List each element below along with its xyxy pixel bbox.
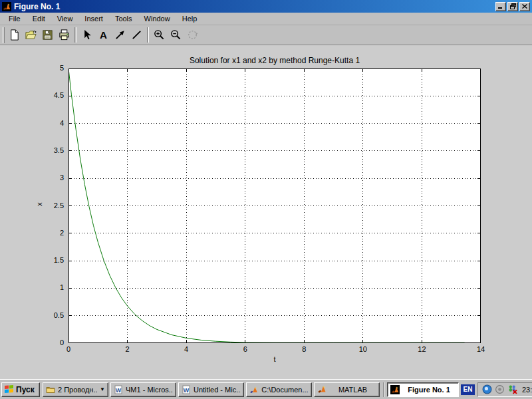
matlab-figure-icon [390,385,400,394]
matlab-figure-window: Figure No. 1 FileEditViewInsertToolsWind… [0,0,532,399]
y-tick-label: 1.5 [37,256,64,264]
save-icon [41,29,54,41]
plot-axes[interactable] [68,68,481,343]
text-tool-button[interactable]: A [95,27,112,43]
figure-canvas: Solution for x1 and x2 by method Runge-K… [0,45,532,379]
menu-item-tools[interactable]: Tools [109,13,138,24]
y-tick-label: 0.5 [37,311,64,319]
tray-icons [482,384,517,394]
zoom-out-icon [170,29,182,41]
restore-icon [510,3,516,9]
y-tick-label: 3.5 [37,146,64,154]
print-icon [58,29,70,41]
minimize-icon [498,4,503,9]
taskbar-separator [383,382,384,397]
chevron-down-icon[interactable]: ▼ [100,386,105,392]
line-tool-button[interactable] [128,27,145,43]
pointer-tool-button[interactable] [78,27,95,43]
open-file-button[interactable] [23,27,39,43]
window-title: Figure No. 1 [14,2,494,11]
folder-icon [46,385,55,394]
print-button[interactable] [56,27,72,43]
menu-item-insert[interactable]: Insert [78,13,109,24]
start-label: Пуск [16,385,35,394]
rotate-3d-button [184,27,201,43]
task-button-label: C:\Documen... [261,386,309,394]
y-tick-label: 2.5 [37,201,64,209]
y-tick-label: 1 [37,283,64,291]
y-tick-label: 0 [37,338,64,346]
close-button[interactable] [519,2,530,11]
ne-arrow-icon [114,29,126,41]
rotate-icon [186,29,199,41]
text-icon: A [97,29,110,41]
taskbar: Пуск 2 Проводн...▼WЧМ1 - Micros...WUntit… [0,379,532,399]
new-figure-button[interactable] [6,27,23,43]
menu-bar: FileEditViewInsertToolsWindowHelp [0,13,532,25]
x-tick-label: 10 [353,345,373,353]
task-button-2-проводн-[interactable]: 2 Проводн...▼ [43,382,108,397]
restore-button[interactable] [507,2,518,11]
y-tick-label: 4 [37,119,64,127]
matlab-logo-icon [317,385,327,394]
x-tick-label: 8 [294,345,314,353]
zoom-in-button[interactable] [151,27,168,43]
speaker-blue-icon[interactable] [482,384,492,394]
menu-item-window[interactable]: Window [138,13,176,24]
offline-users-icon[interactable] [507,384,517,394]
toolbar-separator [74,27,76,43]
svg-text:W: W [116,386,122,393]
zoom-in-icon [153,29,166,41]
task-button-label: Figure No. 1 [402,386,456,394]
toolbar: A [0,25,532,45]
windows-flag-icon [5,384,14,395]
toolbar-separator [147,27,149,43]
menu-item-view[interactable]: View [51,13,79,24]
x-tick-label: 14 [471,345,491,353]
task-button-matlab[interactable]: MATLAB [314,382,380,397]
x-tick-label: 4 [176,345,196,353]
line-icon [130,29,143,41]
task-buttons: 2 Проводн...▼WЧМ1 - Micros...WUntitled -… [43,382,461,397]
y-tick-label: 2 [37,229,64,237]
y-tick-label: 3 [37,174,64,182]
new-document-icon [8,29,21,41]
word-icon: W [182,385,191,394]
task-button-label: Untitled - Mic... [194,386,241,394]
window-titlebar[interactable]: Figure No. 1 [0,0,532,13]
system-tray: 23:25 [477,382,532,397]
task-button-figure-no-1[interactable]: Figure No. 1 [387,382,459,397]
save-button[interactable] [39,27,56,43]
x-axis-label: t [68,355,481,363]
start-button[interactable]: Пуск [1,382,40,397]
open-folder-icon [25,29,37,41]
clock[interactable]: 23:25 [522,386,532,394]
task-button-чм1-micros-[interactable]: WЧМ1 - Micros... [110,382,176,397]
task-button-label: 2 Проводн... [58,386,97,394]
menu-item-help[interactable]: Help [176,13,203,24]
x-tick-label: 6 [235,345,255,353]
y-tick-label: 5 [37,64,64,72]
x-tick-label: 12 [412,345,432,353]
plot-title: Solution for x1 and x2 by method Runge-K… [68,56,481,65]
matlab-console-icon [249,385,259,394]
x-tick-label: 2 [118,345,138,353]
speaker-gray-icon[interactable] [495,384,505,394]
task-button-label: ЧМ1 - Micros... [126,386,173,394]
toolbar-grip[interactable] [3,27,5,43]
svg-text:A: A [100,29,107,41]
language-indicator[interactable]: EN [461,384,475,395]
close-icon [522,4,527,9]
zoom-out-button[interactable] [168,27,184,43]
task-button-untitled-mic-[interactable]: WUntitled - Mic... [178,382,244,397]
task-button-c-documen-[interactable]: C:\Documen... [246,382,312,397]
matlab-figure-icon [2,2,11,11]
task-button-label: MATLAB [329,386,376,394]
menu-item-file[interactable]: File [3,13,27,24]
minimize-button[interactable] [495,2,506,11]
y-tick-label: 4.5 [37,91,64,99]
cursor-icon [80,29,93,41]
menu-item-edit[interactable]: Edit [27,13,51,24]
svg-text:W: W [184,386,190,393]
arrow-tool-button[interactable] [112,27,128,43]
